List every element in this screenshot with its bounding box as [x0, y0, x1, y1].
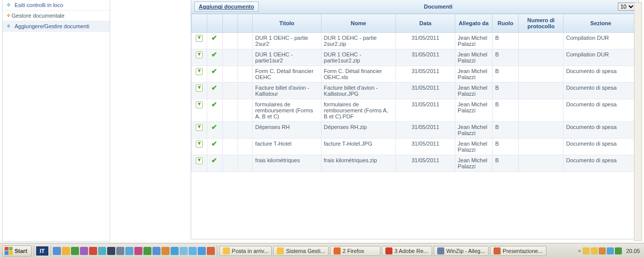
cell-sezione: Compilation DUR — [564, 49, 638, 66]
cell-titolo: DUR 1 OEHC - partie1sur2 — [253, 49, 321, 66]
quicklaunch-icon[interactable] — [134, 247, 142, 255]
check-icon — [211, 85, 218, 92]
quicklaunch-icon[interactable] — [143, 247, 151, 255]
taskbar-window-button[interactable]: WinZip - Alleg... — [434, 246, 489, 256]
cell-nome: Dépenses RH.zip — [321, 122, 396, 139]
cell-titolo: DUR 1 OEHC - partie 2sur2 — [253, 33, 321, 49]
cell-titolo: frais kilométriques — [253, 155, 321, 172]
check-icon — [211, 68, 218, 75]
start-button[interactable]: Start — [2, 245, 32, 256]
cell-allegato: Jean Michel Palazzi — [455, 49, 492, 66]
download-icon[interactable] — [196, 35, 203, 42]
quicklaunch-icon[interactable] — [116, 247, 124, 255]
sidebar-item-label: Gestore documentale — [12, 13, 64, 19]
cell-titolo: Dépenses RH — [253, 122, 321, 139]
quicklaunch-icon[interactable] — [62, 247, 70, 255]
taskbar-window-button[interactable]: Presentazione... — [490, 246, 546, 256]
taskbar-window-button[interactable]: 2 Firefox — [330, 246, 380, 256]
bullet-icon — [7, 14, 10, 17]
quicklaunch-icon[interactable] — [198, 247, 206, 255]
col-data[interactable]: Data — [396, 14, 455, 33]
col-blank2 — [237, 14, 253, 33]
cell-data: 31/05/2011 — [396, 33, 455, 49]
col-sezione[interactable]: Sezione — [564, 14, 638, 33]
cell-protocollo — [519, 122, 564, 139]
quicklaunch-icon[interactable] — [98, 247, 106, 255]
cell-protocollo — [519, 139, 564, 155]
quicklaunch-icon[interactable] — [171, 247, 179, 255]
tray-overflow-icon[interactable]: « — [578, 248, 581, 253]
cell-nome: DUR 1 OEHC - partie 2sur2.zip — [321, 33, 396, 49]
cell-sezione: Documento di spesa — [564, 99, 638, 122]
cell-protocollo — [519, 83, 564, 99]
download-icon[interactable] — [196, 68, 203, 75]
cell-ruolo: B — [493, 83, 519, 99]
taskbar-window-button[interactable]: Posta in arriv... — [219, 246, 272, 256]
quicklaunch-icon[interactable] — [107, 247, 115, 255]
bullet-icon — [7, 4, 10, 7]
cell-titolo: Form C. Détail financier OEHC — [253, 66, 321, 83]
quicklaunch-icon[interactable] — [125, 247, 133, 255]
download-icon[interactable] — [196, 141, 203, 148]
check-icon — [211, 157, 218, 164]
check-icon — [211, 141, 218, 148]
cell-nome: DUR 1 OEHC - partie1sur2.zip — [321, 49, 396, 66]
sidebar-item-esiti[interactable]: Esiti controlli in loco — [3, 0, 110, 11]
tray-icon[interactable] — [591, 247, 598, 254]
cell-allegato: Jean Michel Palazzi — [455, 99, 492, 122]
quicklaunch-icon[interactable] — [189, 247, 197, 255]
task-label: 3 Adobe Re... — [394, 248, 428, 254]
cell-ruolo: B — [493, 99, 519, 122]
tray-icon[interactable] — [599, 247, 606, 254]
cell-protocollo — [519, 66, 564, 83]
check-icon — [211, 35, 218, 42]
col-protocollo[interactable]: Numero di protocollo — [519, 14, 564, 33]
vertical-scrollbar[interactable] — [634, 2, 642, 241]
quicklaunch-bar — [53, 247, 215, 255]
cell-nome: formulaires de remboursement (Forms A, B… — [321, 99, 396, 122]
col-ruolo[interactable]: Ruolo — [493, 14, 519, 33]
cell-sezione: Documento di spesa — [564, 155, 638, 172]
download-icon[interactable] — [196, 157, 203, 164]
taskbar-window-button[interactable]: Sistema Gesti... — [273, 246, 329, 256]
cell-nome: Facture billet d'avion - Kallistour.JPG — [321, 83, 396, 99]
tray-icon[interactable] — [615, 247, 622, 254]
download-icon[interactable] — [196, 51, 203, 58]
quicklaunch-icon[interactable] — [180, 247, 188, 255]
task-label: Presentazione... — [503, 248, 543, 254]
col-download — [192, 14, 207, 33]
cell-protocollo — [519, 49, 564, 66]
cell-ruolo: B — [493, 155, 519, 172]
quicklaunch-icon[interactable] — [207, 247, 215, 255]
tray-icon[interactable] — [607, 247, 614, 254]
col-allegato[interactable]: Allegato da — [455, 14, 492, 33]
task-label: 2 Firefox — [343, 248, 364, 254]
download-icon[interactable] — [196, 85, 203, 92]
sidebar-item-aggiungere[interactable]: Aggiungere/Gestire documenti — [3, 21, 110, 32]
quicklaunch-icon[interactable] — [152, 247, 160, 255]
app-icon — [334, 247, 341, 254]
col-blank1 — [222, 14, 237, 33]
download-icon[interactable] — [196, 124, 203, 131]
language-indicator[interactable]: IT — [36, 246, 48, 255]
sidebar-item-gestore[interactable]: Gestore documentale — [3, 11, 110, 21]
quicklaunch-icon[interactable] — [71, 247, 79, 255]
quicklaunch-icon[interactable] — [80, 247, 88, 255]
download-icon[interactable] — [196, 101, 203, 108]
quicklaunch-icon[interactable] — [89, 247, 97, 255]
cell-data: 31/05/2011 — [396, 155, 455, 172]
table-row: frais kilométriquesfrais kilométriques.z… — [192, 155, 638, 172]
cell-protocollo — [519, 33, 564, 49]
app-icon — [494, 247, 501, 254]
col-nome[interactable]: Nome — [321, 14, 396, 33]
cell-titolo: Facture billet d'avion - Kallistour — [253, 83, 321, 99]
taskbar-window-button[interactable]: 3 Adobe Re... — [382, 246, 432, 256]
col-status — [207, 14, 222, 33]
col-titolo[interactable]: Titolo — [253, 14, 321, 33]
add-document-button[interactable]: Aggiungi documento — [194, 2, 259, 12]
quicklaunch-icon[interactable] — [53, 247, 61, 255]
check-icon — [211, 51, 218, 58]
quicklaunch-icon[interactable] — [162, 247, 170, 255]
tray-icon[interactable] — [583, 247, 590, 254]
page-size-select[interactable]: 10 — [618, 3, 635, 11]
